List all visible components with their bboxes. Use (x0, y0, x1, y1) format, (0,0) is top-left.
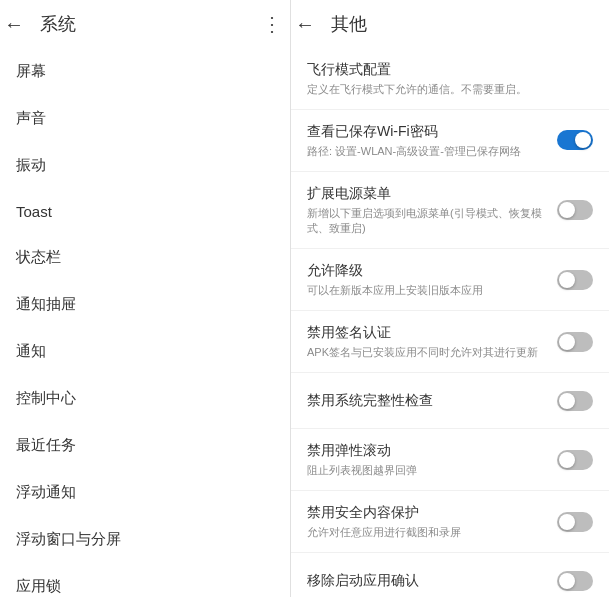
setting-item-subtitle: 阻止列表视图越界回弹 (307, 463, 549, 478)
left-menu-item[interactable]: 浮动通知 (0, 469, 290, 516)
toggle-container (557, 450, 593, 470)
setting-item-text: 移除启动应用确认 (307, 571, 549, 591)
toggle-switch[interactable] (557, 391, 593, 411)
toggle-knob (559, 393, 575, 409)
setting-item-text: 禁用安全内容保护允许对任意应用进行截图和录屏 (307, 503, 549, 540)
setting-item-text: 允许降级可以在新版本应用上安装旧版本应用 (307, 261, 549, 298)
setting-item-text: 查看已保存Wi-Fi密码路径: 设置-WLAN-高级设置-管理已保存网络 (307, 122, 549, 159)
setting-item-title: 禁用弹性滚动 (307, 441, 549, 461)
left-menu-item[interactable]: 应用锁 (0, 563, 290, 597)
setting-item-title: 允许降级 (307, 261, 549, 281)
toggle-knob (559, 334, 575, 350)
toggle-switch[interactable] (557, 270, 593, 290)
setting-item-subtitle: 新增以下重启选项到电源菜单(引导模式、恢复模式、致重启) (307, 206, 549, 237)
setting-item-title: 飞行模式配置 (307, 60, 593, 80)
toggle-switch[interactable] (557, 512, 593, 532)
setting-item-subtitle: 定义在飞行模式下允许的通信。不需要重启。 (307, 82, 593, 97)
toggle-knob (559, 202, 575, 218)
setting-item: 允许降级可以在新版本应用上安装旧版本应用 (291, 249, 609, 311)
toggle-knob (559, 452, 575, 468)
right-back-icon[interactable]: ← (295, 13, 315, 36)
toggle-switch[interactable] (557, 130, 593, 150)
left-menu-item[interactable]: 声音 (0, 95, 290, 142)
setting-item-title: 查看已保存Wi-Fi密码 (307, 122, 549, 142)
setting-item-title: 禁用签名认证 (307, 323, 549, 343)
setting-item: 禁用签名认证APK签名与已安装应用不同时允许对其进行更新 (291, 311, 609, 373)
right-content: 飞行模式配置定义在飞行模式下允许的通信。不需要重启。查看已保存Wi-Fi密码路径… (291, 48, 609, 597)
setting-item-title: 禁用系统完整性检查 (307, 391, 549, 411)
setting-item-title: 移除启动应用确认 (307, 571, 549, 591)
setting-item: 禁用安全内容保护允许对任意应用进行截图和录屏 (291, 491, 609, 553)
toggle-knob (559, 514, 575, 530)
toggle-knob (575, 132, 591, 148)
setting-item-title: 禁用安全内容保护 (307, 503, 549, 523)
toggle-switch[interactable] (557, 200, 593, 220)
toggle-container (557, 200, 593, 220)
left-more-icon[interactable]: ⋮ (262, 12, 282, 36)
setting-item-subtitle: 可以在新版本应用上安装旧版本应用 (307, 283, 549, 298)
setting-item-text: 飞行模式配置定义在飞行模式下允许的通信。不需要重启。 (307, 60, 593, 97)
left-menu: 屏幕声音振动Toast状态栏通知抽屉通知控制中心最近任务浮动通知浮动窗口与分屏应… (0, 48, 290, 597)
toggle-container (557, 270, 593, 290)
setting-item-text: 扩展电源菜单新增以下重启选项到电源菜单(引导模式、恢复模式、致重启) (307, 184, 549, 236)
left-menu-item[interactable]: 振动 (0, 142, 290, 189)
left-title: 系统 (40, 12, 76, 36)
toggle-container (557, 130, 593, 150)
toggle-knob (559, 272, 575, 288)
toggle-knob (559, 573, 575, 589)
left-panel: ← 系统 ⋮ 屏幕声音振动Toast状态栏通知抽屉通知控制中心最近任务浮动通知浮… (0, 0, 291, 597)
left-menu-item[interactable]: 屏幕 (0, 48, 290, 95)
right-panel: ← 其他 飞行模式配置定义在飞行模式下允许的通信。不需要重启。查看已保存Wi-F… (291, 0, 609, 597)
toggle-container (557, 391, 593, 411)
setting-item-title: 扩展电源菜单 (307, 184, 549, 204)
left-menu-item[interactable]: 控制中心 (0, 375, 290, 422)
toggle-switch[interactable] (557, 571, 593, 591)
setting-item: 飞行模式配置定义在飞行模式下允许的通信。不需要重启。 (291, 48, 609, 110)
setting-item-text: 禁用系统完整性检查 (307, 391, 549, 411)
toggle-switch[interactable] (557, 332, 593, 352)
left-menu-item[interactable]: 状态栏 (0, 234, 290, 281)
setting-item: 禁用弹性滚动阻止列表视图越界回弹 (291, 429, 609, 491)
left-menu-item[interactable]: 最近任务 (0, 422, 290, 469)
left-menu-item[interactable]: 浮动窗口与分屏 (0, 516, 290, 563)
left-menu-item[interactable]: 通知抽屉 (0, 281, 290, 328)
setting-item-subtitle: APK签名与已安装应用不同时允许对其进行更新 (307, 345, 549, 360)
setting-item-text: 禁用弹性滚动阻止列表视图越界回弹 (307, 441, 549, 478)
toggle-container (557, 332, 593, 352)
left-menu-item[interactable]: Toast (0, 189, 290, 234)
setting-item: 禁用系统完整性检查 (291, 373, 609, 429)
right-header: ← 其他 (291, 0, 609, 48)
setting-item-subtitle: 路径: 设置-WLAN-高级设置-管理已保存网络 (307, 144, 549, 159)
setting-item: 移除启动应用确认 (291, 553, 609, 597)
toggle-container (557, 571, 593, 591)
left-header: ← 系统 ⋮ (0, 0, 290, 48)
toggle-switch[interactable] (557, 450, 593, 470)
right-title: 其他 (331, 12, 367, 36)
toggle-container (557, 512, 593, 532)
setting-item: 扩展电源菜单新增以下重启选项到电源菜单(引导模式、恢复模式、致重启) (291, 172, 609, 249)
left-back-icon[interactable]: ← (4, 13, 24, 36)
setting-item-subtitle: 允许对任意应用进行截图和录屏 (307, 525, 549, 540)
setting-item: 查看已保存Wi-Fi密码路径: 设置-WLAN-高级设置-管理已保存网络 (291, 110, 609, 172)
left-menu-item[interactable]: 通知 (0, 328, 290, 375)
setting-item-text: 禁用签名认证APK签名与已安装应用不同时允许对其进行更新 (307, 323, 549, 360)
